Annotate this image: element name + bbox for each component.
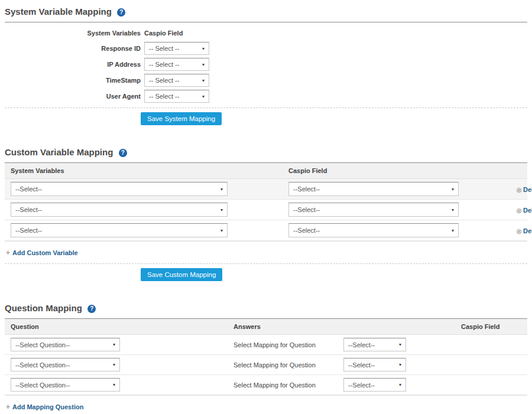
caspio-field-column-header: Caspio Field: [283, 163, 510, 178]
dropdown-arrow-icon: ▾: [220, 228, 223, 233]
answer-mapping-select[interactable]: --Select-- ▾: [343, 338, 406, 351]
dropdown-arrow-icon: ▾: [220, 207, 223, 213]
user-agent-label: User Agent: [5, 93, 141, 100]
table-row: --Select Question-- ▾ Select Mapping for…: [5, 375, 527, 395]
caspio-field-column-header: Caspio Field: [144, 30, 209, 39]
answers-column-header: Answers: [228, 319, 455, 334]
ip-address-label: IP Address: [5, 61, 141, 68]
dropdown-arrow-icon: ▾: [399, 362, 401, 367]
question-mapping-section-header: Question Mapping ?: [5, 296, 527, 319]
caspio-field-select[interactable]: --Select-- ▾: [288, 223, 459, 237]
user-agent-select[interactable]: -- Select -- ▾: [144, 90, 209, 103]
question-column-header: Question: [5, 319, 228, 334]
system-mapping-form: System Variables Caspio Field Response I…: [5, 30, 527, 103]
ip-address-select[interactable]: -- Select -- ▾: [144, 58, 209, 71]
save-system-mapping-button[interactable]: Save System Mapping: [141, 112, 222, 125]
answer-mapping-select[interactable]: --Select-- ▾: [343, 358, 406, 371]
answer-mapping-select[interactable]: --Select-- ▾: [343, 378, 406, 392]
delete-icon: ⊗: [516, 207, 522, 215]
response-id-label: Response ID: [5, 45, 141, 52]
delete-row-link[interactable]: ⊗Delete: [516, 207, 532, 214]
question-mapping-title: Question Mapping: [5, 303, 82, 313]
system-mapping-section-header: System Variable Mapping ?: [5, 0, 527, 22]
dropdown-arrow-icon: ▾: [399, 342, 401, 347]
plus-icon: +: [6, 249, 10, 257]
table-row: --Select Question-- ▾ Select Mapping for…: [5, 335, 527, 355]
custom-mapping-table: System Variables Caspio Field --Select--…: [5, 163, 527, 242]
plus-icon: +: [6, 403, 10, 411]
response-id-select[interactable]: -- Select -- ▾: [144, 42, 209, 55]
dropdown-arrow-icon: ▾: [113, 362, 115, 367]
answer-mapping-label: Select Mapping for Question: [233, 382, 343, 389]
dropdown-arrow-icon: ▾: [399, 382, 401, 387]
timestamp-label: TimeStamp: [5, 77, 141, 84]
help-icon[interactable]: ?: [119, 149, 127, 157]
dropdown-arrow-icon: ▾: [113, 342, 115, 347]
system-variables-column-header: System Variables: [5, 30, 141, 39]
custom-mapping-section-header: Custom Variable Mapping ?: [5, 141, 527, 163]
system-variable-select[interactable]: --Select-- ▾: [11, 203, 228, 217]
answer-mapping-label: Select Mapping for Question: [233, 361, 343, 369]
question-select[interactable]: --Select Question-- ▾: [11, 338, 120, 351]
mapping-settings-page: System Variable Mapping ? System Variabl…: [0, 0, 532, 414]
table-row: --Select-- ▾ --Select-- ▾ ⊗Delete: [5, 220, 527, 241]
save-custom-mapping-button[interactable]: Save Custom Mapping: [141, 268, 222, 281]
system-mapping-title: System Variable Mapping: [5, 6, 112, 17]
custom-mapping-title: Custom Variable Mapping: [5, 147, 113, 157]
question-mapping-table: Question Answers Caspio Field --Select Q…: [5, 319, 527, 396]
delete-icon: ⊗: [516, 186, 522, 194]
dropdown-arrow-icon: ▾: [220, 187, 223, 192]
timestamp-select[interactable]: -- Select -- ▾: [144, 74, 209, 87]
system-variables-column-header: System Variables: [5, 163, 283, 178]
dropdown-arrow-icon: ▾: [113, 382, 115, 387]
dropdown-arrow-icon: ▾: [202, 78, 205, 83]
delete-row-link[interactable]: ⊗Delete: [516, 227, 532, 234]
dropdown-arrow-icon: ▾: [452, 207, 454, 213]
help-icon[interactable]: ?: [117, 8, 125, 17]
help-icon[interactable]: ?: [87, 305, 96, 313]
answer-mapping-label: Select Mapping for Question: [233, 341, 343, 348]
table-row: --Select-- ▾ --Select-- ▾ ⊗Delete: [5, 200, 527, 220]
delete-icon: ⊗: [516, 227, 522, 236]
delete-row-link[interactable]: ⊗Delete: [516, 186, 532, 193]
dropdown-arrow-icon: ▾: [202, 62, 205, 67]
question-select[interactable]: --Select Question-- ▾: [11, 378, 120, 392]
add-mapping-question-link[interactable]: +Add Mapping Question: [6, 403, 83, 410]
dropdown-arrow-icon: ▾: [202, 46, 205, 51]
dropdown-arrow-icon: ▾: [202, 94, 205, 99]
system-variable-select[interactable]: --Select-- ▾: [11, 223, 228, 237]
add-custom-variable-link[interactable]: +Add Custom Variable: [6, 249, 78, 256]
caspio-field-select[interactable]: --Select-- ▾: [288, 182, 459, 196]
caspio-field-column-header: Caspio Field: [455, 319, 527, 334]
question-select[interactable]: --Select Question-- ▾: [11, 358, 120, 371]
table-row: --Select-- ▾ --Select-- ▾ ⊗Delete: [5, 179, 527, 200]
caspio-field-select[interactable]: --Select-- ▾: [288, 203, 459, 217]
dropdown-arrow-icon: ▾: [452, 228, 454, 233]
system-variable-select[interactable]: --Select-- ▾: [11, 182, 228, 196]
table-row: --Select Question-- ▾ Select Mapping for…: [5, 355, 527, 375]
dropdown-arrow-icon: ▾: [452, 187, 454, 192]
